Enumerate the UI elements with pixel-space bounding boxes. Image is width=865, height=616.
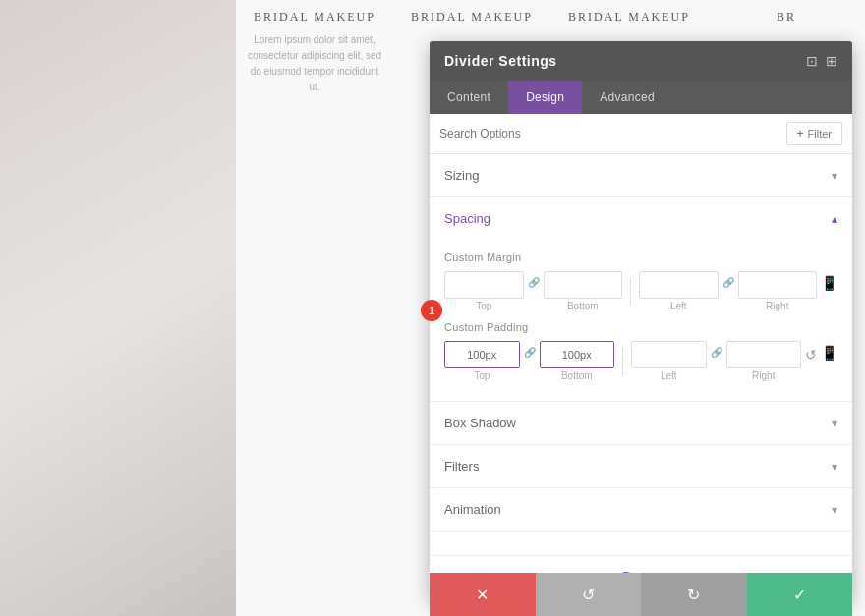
filter-label: Filter: [808, 128, 832, 140]
reset-icon: ↺: [582, 586, 595, 604]
tab-content[interactable]: Content: [430, 81, 508, 114]
margin-left-right-group: Left 🔗 Right: [639, 271, 817, 311]
animation-label: Animation: [444, 502, 501, 517]
filter-button[interactable]: + Filter: [786, 122, 842, 145]
bg-col-1-text: Lorem ipsum dolor sit amet, consectetur …: [244, 32, 385, 95]
margin-top-input[interactable]: [444, 271, 524, 299]
filters-label: Filters: [444, 459, 479, 474]
step-badge: 1: [421, 300, 442, 321]
padding-left-input[interactable]: [631, 341, 707, 368]
padding-left-field: Left: [631, 341, 707, 381]
custom-margin-label: Custom Margin: [444, 252, 837, 263]
margin-left-label: Left: [670, 301, 687, 311]
bg-col-1: Bridal Makeup Lorem ipsum dolor sit amet…: [236, 0, 393, 616]
bg-col-2-title: Bridal Makeup: [411, 10, 533, 25]
panel-tabs: Content Design Advanced: [430, 81, 852, 114]
padding-right-field: Right: [726, 341, 802, 381]
cancel-icon: ✕: [476, 586, 489, 604]
spacing-section-header[interactable]: Spacing ▴: [430, 197, 852, 240]
tab-advanced[interactable]: Advanced: [582, 81, 672, 114]
margin-top-label: Top: [476, 301, 491, 311]
margin-left-input[interactable]: [639, 271, 719, 299]
padding-bottom-input[interactable]: [540, 341, 615, 368]
padding-left-label: Left: [661, 370, 677, 381]
margin-bottom-label: Bottom: [567, 301, 599, 311]
bg-col-3-title: Bridal Makeup: [568, 10, 690, 25]
redo-button[interactable]: ↻: [641, 573, 747, 616]
filter-plus-icon: +: [797, 127, 804, 140]
columns-icon[interactable]: ⊞: [826, 53, 837, 69]
padding-device-icon[interactable]: 📱: [821, 345, 837, 361]
padding-link-icon[interactable]: 🔗: [522, 347, 538, 358]
margin-right-field: Right: [738, 271, 818, 311]
filters-chevron-icon: ▾: [832, 460, 837, 474]
divider-settings-panel: Divider Settings ⊡ ⊞ Content Design Adva…: [430, 41, 852, 601]
padding-top-input[interactable]: [444, 341, 520, 368]
bg-col-1-title: Bridal Makeup: [254, 10, 375, 25]
custom-padding-label: Custom Padding: [444, 321, 837, 333]
margin-top-bottom-group: Top 🔗 Bottom: [444, 271, 622, 311]
spacing-label: Spacing: [444, 211, 490, 226]
padding-top-bottom-group: Top 🔗 Bottom: [444, 341, 614, 381]
reset-button[interactable]: ↺: [536, 573, 642, 616]
margin-divider: [630, 278, 631, 306]
margin-input-row: Top 🔗 Bottom Left 🔗: [444, 271, 837, 311]
box-shadow-label: Box Shadow: [444, 416, 516, 430]
cancel-button[interactable]: ✕: [430, 573, 536, 616]
box-shadow-chevron-icon: ▾: [832, 417, 837, 430]
sizing-label: Sizing: [444, 168, 479, 183]
padding-top-field: Top: [444, 341, 520, 381]
filters-section[interactable]: Filters ▾: [430, 445, 852, 488]
sizing-chevron-icon: ▾: [832, 169, 837, 183]
panel-title: Divider Settings: [444, 53, 557, 69]
save-button[interactable]: ✓: [747, 573, 853, 616]
padding-divider: [622, 348, 623, 375]
panel-search-bar: + Filter: [430, 114, 852, 154]
panel-header: Divider Settings ⊡ ⊞: [430, 41, 852, 81]
padding-link-right-icon[interactable]: 🔗: [709, 347, 724, 358]
padding-input-row: Top 🔗 Bottom Left 🔗: [444, 341, 837, 381]
margin-bottom-field: Bottom: [544, 271, 623, 311]
padding-top-label: Top: [474, 370, 490, 381]
margin-left-field: Left: [639, 271, 719, 311]
save-icon: ✓: [793, 586, 806, 604]
margin-right-input[interactable]: [738, 271, 818, 299]
margin-link-right-icon[interactable]: 🔗: [721, 277, 736, 288]
margin-device-icon[interactable]: 📱: [821, 275, 837, 291]
panel-content: Sizing ▾ Spacing ▴ Custom Margin Top 🔗: [430, 154, 852, 555]
padding-left-right-group: Left 🔗 Right: [631, 341, 801, 381]
bottom-toolbar: ✕ ↺ ↻ ✓: [430, 573, 852, 616]
margin-top-field: Top: [444, 271, 524, 311]
animation-section[interactable]: Animation ▾: [430, 488, 852, 532]
spacing-chevron-icon: ▴: [832, 212, 837, 226]
bg-col-4-title: Br: [777, 10, 796, 25]
search-input[interactable]: [439, 127, 786, 140]
animation-chevron-icon: ▾: [832, 503, 837, 517]
padding-bottom-label: Bottom: [561, 370, 593, 381]
expand-icon[interactable]: ⊡: [806, 53, 818, 69]
tab-design[interactable]: Design: [508, 81, 582, 114]
sizing-section[interactable]: Sizing ▾: [430, 154, 852, 197]
padding-right-input[interactable]: [726, 341, 802, 368]
redo-icon: ↻: [687, 586, 700, 604]
margin-bottom-input[interactable]: [544, 271, 623, 299]
box-shadow-section[interactable]: Box Shadow ▾: [430, 402, 852, 445]
bg-left-decor: [0, 0, 236, 616]
panel-header-icons: ⊡ ⊞: [806, 53, 837, 69]
padding-bottom-field: Bottom: [540, 341, 615, 381]
padding-reset-icon[interactable]: ↺: [805, 347, 817, 363]
margin-right-label: Right: [766, 301, 788, 311]
padding-right-label: Right: [752, 370, 775, 381]
margin-link-icon[interactable]: 🔗: [526, 277, 542, 288]
spacing-section-content: Custom Margin Top 🔗 Bottom: [430, 240, 852, 402]
